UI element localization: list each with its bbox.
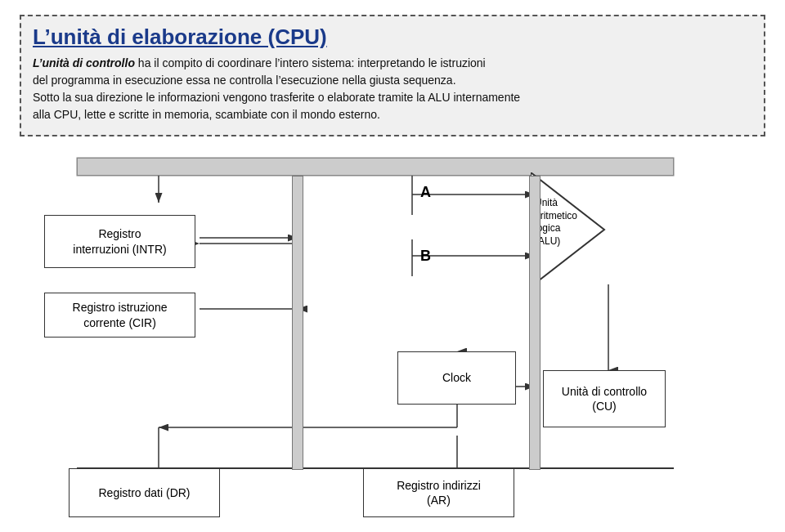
desc-line1: ha il compito di coordinare l’intero sis… xyxy=(135,56,486,69)
clock-box: Clock xyxy=(397,351,516,405)
right-bus xyxy=(529,176,541,470)
center-bus xyxy=(292,176,303,470)
title-text: L’unità di elaborazione (CPU) xyxy=(33,25,327,49)
cir-label: Registro istruzione corrente (CIR) xyxy=(73,300,168,329)
page-title: L’unità di elaborazione (CPU) xyxy=(33,25,752,50)
alu-container: Unitàaritmeticologica(ALU) xyxy=(531,172,612,287)
page: L’unità di elaborazione (CPU) L’unità di… xyxy=(0,0,785,532)
cpu-diagram: Registro interruzioni (INTR) Registro is… xyxy=(20,150,765,493)
dr-label: Registro dati (DR) xyxy=(98,485,190,500)
b-label: B xyxy=(420,248,431,265)
alu-label: Unitàaritmeticologica(ALU) xyxy=(535,197,596,248)
ar-label: Registro indirizzi (AR) xyxy=(397,478,481,507)
desc-line2: del programma in esecuzione essa ne cont… xyxy=(33,74,456,87)
ar-box: Registro indirizzi (AR) xyxy=(363,468,514,517)
a-label: A xyxy=(420,184,431,201)
intr-label: Registro interruzioni (INTR) xyxy=(73,226,166,256)
intr-box: Registro interruzioni (INTR) xyxy=(44,215,195,268)
description: L’unità di controllo ha il compito di co… xyxy=(33,55,752,123)
italic-part: L’unità di controllo xyxy=(33,56,135,69)
clock-label: Clock xyxy=(442,370,471,385)
cu-label: Unità di controllo (CU) xyxy=(562,384,647,414)
desc-line3: Sotto la sua direzione le informazioni v… xyxy=(33,91,520,104)
cu-box: Unità di controllo (CU) xyxy=(543,370,666,427)
cir-box: Registro istruzione corrente (CIR) xyxy=(44,293,195,338)
dr-box: Registro dati (DR) xyxy=(69,468,220,517)
header-section: L’unità di elaborazione (CPU) L’unità di… xyxy=(20,15,765,136)
desc-line4: alla CPU, lette e scritte in memoria, sc… xyxy=(33,108,380,121)
